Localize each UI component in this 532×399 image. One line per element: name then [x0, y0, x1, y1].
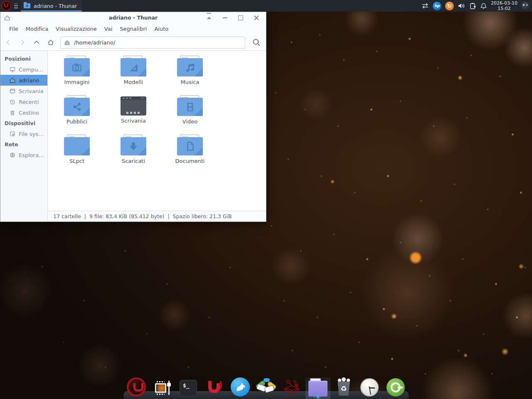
shade-button[interactable] — [206, 15, 212, 21]
dock-terminal[interactable]: $_ — [177, 374, 199, 399]
taskbar-item-thunar[interactable]: adriano - Thunar — [21, 0, 82, 12]
dock-file-manager[interactable] — [307, 374, 329, 399]
folder-icon — [64, 58, 90, 76]
folder-slpct[interactable]: SLpct — [52, 134, 102, 173]
search-icon — [252, 38, 261, 47]
dock-wolf-browser[interactable] — [229, 374, 251, 399]
set-square-icon — [127, 61, 140, 74]
computer-icon — [9, 66, 16, 73]
folder-scrivania[interactable]: Scrivania — [108, 94, 158, 134]
dock-media-tool[interactable] — [152, 374, 173, 399]
system-tray: hp ↻ 2026-03-1015:02 — [421, 0, 532, 11]
folder-icon — [177, 137, 203, 155]
home-button[interactable] — [44, 37, 57, 48]
folder-icon — [64, 98, 90, 116]
media-tool-icon — [154, 380, 171, 397]
titlebar[interactable]: adriano - Thunar — [0, 12, 266, 23]
sidebar-header-dispositivi: Dispositivi — [0, 118, 47, 128]
sidebar-item-scrivania[interactable]: Scrivania — [0, 86, 47, 96]
folder-icon — [121, 137, 146, 155]
folder-musica[interactable]: Musica — [165, 55, 215, 94]
dock-handshake-app[interactable] — [255, 374, 277, 399]
folder-icon — [177, 58, 203, 76]
path-input[interactable] — [73, 39, 241, 46]
logout-power-icon — [387, 378, 405, 397]
forward-button[interactable] — [16, 37, 29, 48]
recycle-icon: ♻ — [340, 384, 347, 393]
menu-visualizzazione[interactable]: Visualizzazione — [52, 26, 101, 32]
folder-pubblici[interactable]: Pubblici — [52, 94, 102, 134]
path-home-icon — [64, 39, 70, 46]
dock: $_ — [123, 375, 409, 399]
search-button[interactable] — [249, 37, 264, 48]
menu-modifica[interactable]: Modifica — [22, 26, 52, 32]
sidebar-item-cestino[interactable]: Cestino — [0, 107, 47, 118]
folder-scaricati[interactable]: Scaricati — [108, 134, 158, 173]
menu-segnalibri[interactable]: Segnalibri — [116, 26, 150, 32]
recent-icon — [9, 99, 16, 105]
menu-vai[interactable]: Vai — [101, 26, 116, 32]
up-button[interactable] — [30, 37, 43, 48]
path-bar[interactable] — [60, 37, 245, 49]
sidebar: Posizioni Compu… adriano Scrivania Recen… — [0, 51, 48, 222]
close-button[interactable] — [254, 15, 259, 21]
panel-clock[interactable]: 2026-03-1015:02 — [491, 0, 517, 11]
dock-slackel-launcher[interactable] — [126, 374, 147, 399]
sidebar-header-posizioni: Posizioni — [0, 54, 47, 64]
menu-aiuto[interactable]: Aiuto — [150, 26, 172, 32]
update-tray-icon[interactable]: ↻ — [445, 2, 454, 10]
folder-video[interactable]: Video — [165, 94, 215, 134]
sidebar-item-filesystem[interactable]: File sys… — [0, 128, 47, 139]
dock-clock[interactable] — [359, 374, 380, 399]
network-transfer-icon[interactable] — [421, 2, 429, 9]
shade-icon — [207, 17, 211, 19]
folder-modelli[interactable]: Modelli — [108, 55, 158, 94]
clipboard-icon[interactable] — [469, 2, 476, 10]
toolbar — [0, 34, 266, 51]
music-note-icon — [184, 61, 196, 74]
toolbox-icon — [282, 377, 301, 397]
sidebar-header-rete: Rete — [0, 139, 47, 150]
purple-folder-icon — [308, 381, 328, 397]
clock-date: 2026-03-10 — [491, 0, 517, 6]
sidebar-item-adriano[interactable]: adriano — [0, 75, 47, 86]
sidebar-item-recenti[interactable]: Recenti — [0, 96, 47, 107]
document-icon — [184, 140, 196, 153]
network-icon — [9, 152, 16, 158]
dock-logout[interactable] — [385, 374, 406, 399]
dock-u-app[interactable] — [203, 374, 225, 399]
notification-bell-icon[interactable] — [480, 2, 487, 10]
folder-immagini[interactable]: Immagini — [52, 55, 102, 94]
back-button[interactable] — [2, 37, 15, 48]
taskbar-item-label: adriano - Thunar — [34, 3, 77, 9]
volume-icon[interactable] — [458, 2, 466, 9]
distro-logo-icon — [4, 3, 8, 7]
analog-clock-icon — [360, 378, 379, 397]
screen: adriano - Thunar hp ↻ — [0, 0, 532, 399]
distro-menu-button[interactable] — [1, 1, 11, 11]
wolf-browser-icon — [231, 377, 250, 397]
top-panel: adriano - Thunar hp ↻ — [0, 0, 532, 12]
folder-documenti[interactable]: Documenti — [165, 134, 215, 173]
menu-file[interactable]: File — [5, 26, 22, 32]
sidebar-item-computer[interactable]: Compu… — [0, 64, 47, 75]
sidebar-item-esplora[interactable]: Esplora… — [0, 150, 47, 160]
home-icon — [9, 77, 16, 84]
minimize-button[interactable] — [222, 15, 228, 21]
thunar-window: adriano - Thunar File Modifica Visualizz… — [0, 12, 266, 222]
terminal-icon: $_ — [180, 380, 197, 397]
trash-icon — [9, 109, 16, 116]
share-icon — [71, 101, 83, 113]
folder-icon — [177, 98, 203, 116]
download-arrow-icon — [127, 140, 140, 153]
maximize-button[interactable] — [238, 15, 244, 21]
dock-trash[interactable]: ♻ — [333, 374, 355, 399]
close-icon — [254, 15, 259, 20]
hp-tray-icon[interactable]: hp — [433, 2, 441, 10]
dock-toolbox-app[interactable] — [281, 374, 303, 399]
window-list-icon[interactable] — [14, 4, 18, 8]
trash-bin-icon: ♻ — [335, 379, 352, 397]
session-tray-icon[interactable] — [521, 2, 530, 10]
folder-icon — [24, 3, 30, 8]
desktop-screen-icon — [121, 96, 146, 116]
